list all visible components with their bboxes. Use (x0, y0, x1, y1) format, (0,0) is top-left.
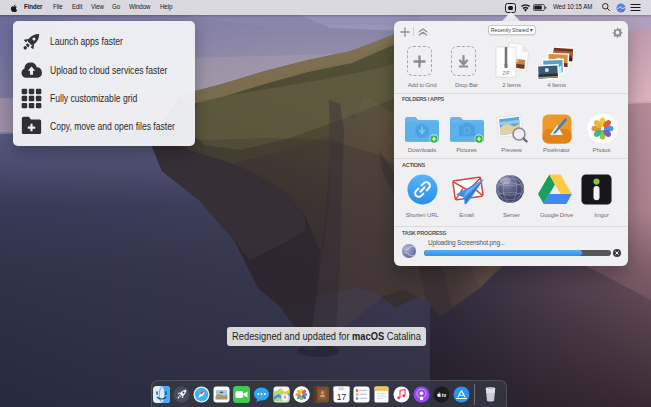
svg-text:ZIP: ZIP (502, 71, 509, 76)
svg-text:tv: tv (441, 392, 446, 398)
svg-text:JUL: JUL (338, 387, 344, 391)
svg-text:17: 17 (336, 392, 346, 402)
